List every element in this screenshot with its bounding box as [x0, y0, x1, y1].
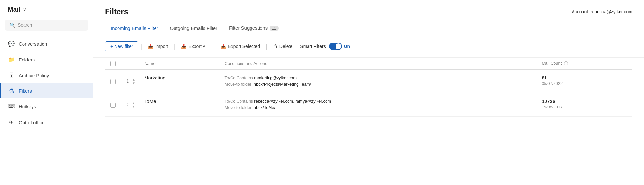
export-selected-icon: 📤 [221, 44, 226, 49]
folders-icon: 📁 [8, 56, 15, 63]
sidebar-item-label: Conversation [19, 41, 47, 47]
smart-filters-toggle[interactable]: On [329, 43, 350, 50]
export-all-button[interactable]: 📤 Export All [176, 42, 213, 51]
cond-label-2: Move-to folder [225, 82, 253, 87]
sort-arrows[interactable]: ▲▼ [132, 101, 135, 108]
logo-chevron: ∨ [23, 7, 26, 12]
cond-value-1: marketing@zylker.com [254, 75, 297, 80]
suggestions-badge: 11 [270, 26, 278, 31]
filter-name: ToMe [144, 98, 156, 104]
row-mailcount-cell: 81 05/07/2022 [538, 70, 632, 93]
row-checkbox[interactable] [110, 103, 116, 108]
row-num-cell: 2 ▲▼ [121, 93, 140, 117]
search-placeholder: Search [18, 23, 32, 28]
mail-count: 10726 [542, 98, 629, 104]
smart-filters-label: Smart Filters [300, 44, 326, 49]
row-mailcount-cell: 10726 19/08/2017 [538, 93, 632, 117]
search-bar[interactable]: 🔍 Search [5, 20, 88, 31]
conversation-icon: 💬 [8, 41, 15, 47]
tab-incoming[interactable]: Incoming Emails Filter [105, 22, 164, 35]
sidebar-item-conversation[interactable]: 💬 Conversation [0, 36, 93, 51]
tab-suggestions[interactable]: Filter Suggestions11 [223, 22, 284, 35]
col-mailcount: Mail Count ⓘ [538, 58, 632, 70]
toggle-thumb [336, 43, 341, 49]
page-title: Filters [105, 7, 128, 16]
sidebar-item-folders[interactable]: 📁 Folders [0, 52, 93, 67]
sidebar-nav: 💬 Conversation 📁 Folders 🗄 Archive Polic… [0, 36, 93, 130]
table-row: 1 ▲▼ Marketing To/Cc Contains marketing@… [105, 70, 632, 93]
cond-value-1: rebecca@zylker.com, ramya@zylker.com [254, 99, 331, 104]
row-name-cell: ToMe [140, 93, 221, 117]
tab-outgoing[interactable]: Outgoing Emails Filter [164, 22, 223, 35]
delete-button[interactable]: 🗑 Delete [268, 42, 298, 51]
sep3: | [213, 43, 216, 50]
sidebar-item-label: Hotkeys [19, 104, 36, 109]
cond-label-2: Move-to folder [225, 105, 253, 110]
filters-icon: ⚗ [8, 88, 15, 94]
delete-icon: 🗑 [273, 44, 278, 49]
sidebar-item-filters[interactable]: ⚗ Filters [0, 83, 93, 98]
filter-name: Marketing [144, 75, 166, 80]
account-email: rebecca@zylker.com [591, 9, 632, 14]
cond-value-2: Inbox/ToMe/ [252, 105, 275, 110]
row-number: 2 [126, 102, 129, 107]
sort-arrows[interactable]: ▲▼ [132, 78, 135, 85]
app-logo[interactable]: Mail ∨ [0, 6, 93, 20]
row-conditions-cell: To/Cc Contains rebecca@zylker.com, ramya… [221, 93, 538, 117]
toolbar: + New filter | 📥 Import | 📤 Export All |… [93, 35, 644, 58]
cond-value-2: Inbox/Projects/Marketing Team/ [252, 82, 311, 87]
condition-row-2: Move-to folder Inbox/Projects/Marketing … [225, 81, 534, 87]
col-conditions: Conditions and Actions [221, 58, 538, 70]
cond-label-1: To/Cc Contains [225, 75, 254, 80]
sidebar-item-label: Filters [19, 88, 32, 94]
select-all-checkbox[interactable] [110, 61, 116, 66]
account-info: Account: rebecca@zylker.com [572, 9, 632, 14]
smart-filters-control: Smart Filters On [300, 43, 350, 50]
row-name-cell: Marketing [140, 70, 221, 93]
row-checkbox-cell [105, 93, 121, 117]
mail-date: 05/07/2022 [542, 81, 629, 86]
col-num [121, 58, 140, 70]
sep4: | [265, 43, 268, 50]
search-icon: 🔍 [10, 23, 15, 28]
condition-row-2: Move-to folder Inbox/ToMe/ [225, 105, 534, 110]
hotkeys-icon: ⌨ [8, 103, 15, 110]
account-label: Account: [572, 9, 589, 14]
mailcount-info-icon: ⓘ [564, 61, 568, 66]
import-icon: 📥 [148, 44, 153, 49]
sidebar-item-archive-policy[interactable]: 🗄 Archive Policy [0, 68, 93, 83]
out-of-office-icon: ✈ [8, 119, 15, 126]
export-selected-button[interactable]: 📤 Export Selected [215, 42, 265, 51]
row-num-cell: 1 ▲▼ [121, 70, 140, 93]
new-filter-button[interactable]: + New filter [105, 41, 138, 51]
sidebar-item-hotkeys[interactable]: ⌨ Hotkeys [0, 99, 93, 114]
condition-row-1: To/Cc Contains marketing@zylker.com [225, 75, 534, 80]
toggle-state-label: On [344, 44, 350, 49]
row-number: 1 [126, 79, 129, 84]
sidebar: Mail ∨ 🔍 Search 💬 Conversation 📁 Folders… [0, 0, 93, 185]
logo-label: Mail [8, 6, 20, 13]
import-button[interactable]: 📥 Import [143, 42, 173, 51]
export-all-icon: 📤 [181, 44, 186, 49]
condition-row-1: To/Cc Contains rebecca@zylker.com, ramya… [225, 98, 534, 104]
col-name: Name [140, 58, 221, 70]
sidebar-item-out-of-office[interactable]: ✈ Out of office [0, 115, 93, 130]
sep2: | [173, 43, 176, 50]
sidebar-item-label: Archive Policy [19, 73, 49, 78]
filters-table-area: Name Conditions and Actions Mail Count ⓘ… [93, 58, 644, 185]
sidebar-item-label: Out of office [19, 120, 45, 125]
tabs-bar: Incoming Emails Filter Outgoing Emails F… [93, 16, 644, 35]
row-conditions-cell: To/Cc Contains marketing@zylker.com Move… [221, 70, 538, 93]
sep1: | [140, 43, 143, 50]
page-header: Filters Account: rebecca@zylker.com [93, 0, 644, 16]
sidebar-item-label: Folders [19, 57, 35, 62]
row-checkbox[interactable] [110, 79, 116, 84]
toggle-track[interactable] [329, 43, 342, 50]
main-content: Filters Account: rebecca@zylker.com Inco… [93, 0, 644, 185]
archive-policy-icon: 🗄 [8, 72, 15, 79]
cond-label-1: To/Cc Contains [225, 99, 254, 104]
filters-table: Name Conditions and Actions Mail Count ⓘ… [105, 58, 632, 117]
mail-date: 19/08/2017 [542, 105, 629, 109]
table-row: 2 ▲▼ ToMe To/Cc Contains rebecca@zylker.… [105, 93, 632, 117]
mail-count: 81 [542, 75, 629, 80]
